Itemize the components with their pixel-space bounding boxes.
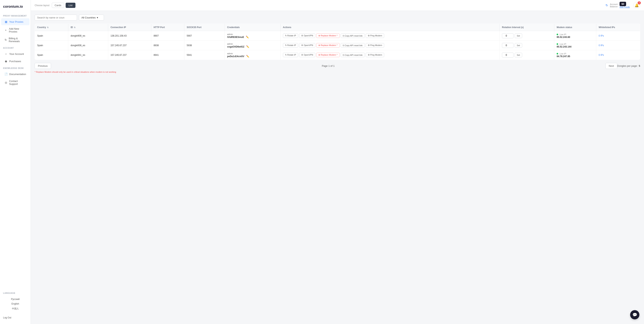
pagination: Previous Page 1 of 1 Next Dongles per pa… [35, 63, 640, 69]
live-status-dot [556, 34, 558, 35]
logout-button[interactable]: Log Out [0, 314, 30, 321]
col-rotation: Rotation Interval (s) [500, 24, 554, 31]
live-status-dot [556, 43, 558, 45]
openvpn-button[interactable]: ⬇ OpenVPN [299, 43, 315, 48]
previous-button[interactable]: Previous [35, 63, 51, 69]
sidebar-item-label: Your Proxies [9, 20, 23, 23]
copy-api-button[interactable]: ⎘ Copy API reset link [341, 53, 365, 57]
topbar: Choose layout Cards List ↻ Account Balan… [31, 0, 644, 11]
sidebar-item-billing-renewals[interactable]: ↻ Billing & Renewals [1, 35, 30, 44]
chat-button[interactable]: 💬 [630, 310, 640, 320]
cell-rotation: Set [500, 50, 554, 60]
rotation-cell: Set [502, 43, 552, 48]
replace-modem-button[interactable]: ⊗ Replace Modem * [316, 34, 340, 38]
notification-button[interactable]: 🔔 2 [633, 2, 640, 9]
whitelisted-ips-link[interactable]: 0 IPs [598, 44, 604, 47]
cell-actions: ↻ Rotate IP ⬇ OpenVPN ⊗ Replace Modem * … [280, 40, 500, 50]
sidebar-item-documentation[interactable]: 📄 Documentation [1, 70, 30, 78]
balance-amount-wrapper: $0 Add Funds [620, 2, 630, 8]
sidebar-item-label: Contact Support [9, 80, 26, 86]
action-buttons: ↻ Rotate IP ⬇ OpenVPN ⊗ Replace Modem * … [283, 53, 497, 57]
cell-connection-ip: 157.245.67.237 [108, 40, 151, 50]
cell-whitelisted: 0 IPs [596, 40, 640, 50]
search-input[interactable] [35, 14, 77, 20]
set-rotation-button[interactable]: Set [515, 53, 522, 57]
purchases-icon: ◉ [4, 60, 8, 63]
cell-socks5-port: 5941 [184, 50, 225, 60]
rotation-input[interactable] [502, 52, 514, 58]
layout-cards-button[interactable]: Cards [52, 3, 64, 8]
main-content: Choose layout Cards List ↻ Account Balan… [31, 0, 644, 324]
edit-credential-icon[interactable]: ✏️ [246, 55, 249, 58]
sidebar-item-your-proxies[interactable]: ▦ Your Proxies [1, 18, 30, 25]
col-credentials: Credentials [224, 24, 280, 31]
notification-badge: 2 [638, 1, 641, 4]
col-connection-ip: Connection IP [108, 24, 151, 31]
refresh-icon[interactable]: ↻ [606, 4, 608, 7]
copy-api-button[interactable]: ⎘ Copy API reset link [341, 43, 365, 48]
rotate-ip-button[interactable]: ↻ Rotate IP [283, 34, 298, 38]
table-row: Spain dongle941_es 157.245.67.237 8941 5… [35, 50, 640, 60]
rotation-input[interactable] [502, 43, 514, 48]
cell-credentials: admin cogaOXD6wIGZ ✏️ [224, 40, 280, 50]
whitelisted-ips-link[interactable]: 0 IPs [598, 34, 604, 37]
billing-icon: ↻ [4, 38, 7, 42]
rotate-ip-button[interactable]: ↻ Rotate IP [283, 53, 298, 57]
lang-chinese[interactable]: 中国人 [3, 306, 28, 311]
page-info: Page 1 of 1 [51, 64, 606, 67]
ping-modem-button[interactable]: ⚙ Ping Modem [366, 53, 384, 57]
replace-modem-button[interactable]: ⊗ Replace Modem * [316, 53, 340, 57]
cell-country: Spain [35, 50, 68, 60]
next-button[interactable]: Next [606, 63, 617, 69]
lang-russian[interactable]: Русский [3, 297, 28, 302]
table-body: Spain dongle908_es 138.201.158.43 8907 5… [35, 31, 640, 60]
account-label: ACCOUNT [0, 45, 30, 50]
live-label: Live IP: [560, 52, 567, 55]
ping-modem-button[interactable]: ⚙ Ping Modem [366, 34, 384, 38]
rotation-input[interactable] [502, 33, 514, 38]
sidebar-item-label: Purchases [9, 60, 21, 63]
openvpn-button[interactable]: ⬇ OpenVPN [299, 34, 315, 38]
cell-id: dongle908_es [68, 31, 108, 40]
sort-icon: ⇅ [74, 26, 76, 28]
cell-credentials: admin peDa1cE4cm5V ✏️ [224, 50, 280, 60]
sidebar-item-label: Documentation [9, 73, 26, 76]
sidebar-item-label: Your Account [9, 52, 24, 56]
cell-modem-status: Live IP: 84.78.247.85 [554, 50, 596, 60]
col-http-port: HTTP Port [151, 24, 184, 31]
sidebar-item-label: Add New Proxies [9, 27, 26, 33]
cell-http-port: 8907 [151, 31, 184, 40]
set-rotation-button[interactable]: Set [515, 43, 522, 48]
openvpn-button[interactable]: ⬇ OpenVPN [299, 53, 315, 57]
proxies-icon: ▦ [4, 20, 8, 24]
ping-modem-button[interactable]: ⚙ Ping Modem [366, 43, 384, 48]
rotate-ip-button[interactable]: ↻ Rotate IP [283, 43, 298, 48]
lang-english[interactable]: English [3, 302, 28, 306]
sidebar-item-add-new-proxies[interactable]: ＋ Add New Proxies [1, 26, 30, 35]
live-status-dot [556, 53, 558, 54]
replace-modem-button[interactable]: ⊗ Replace Modem * [316, 43, 340, 48]
country-select[interactable]: All Countries ▾ [79, 14, 104, 20]
sidebar-item-your-account[interactable]: ○ Your Account [1, 50, 30, 57]
account-info: Account Balance [610, 3, 618, 8]
cell-whitelisted: 0 IPs [596, 31, 640, 40]
live-ip-cell: Live IP: 85.52.243.60 [556, 33, 594, 38]
copy-api-button[interactable]: ⎘ Copy API reset link [341, 34, 365, 38]
layout-list-button[interactable]: List [66, 3, 75, 8]
add-funds-link[interactable]: Add Funds [620, 6, 630, 8]
account-label: Account [610, 3, 618, 6]
edit-credential-icon[interactable]: ✏️ [246, 45, 249, 48]
cell-actions: ↻ Rotate IP ⬇ OpenVPN ⊗ Replace Modem * … [280, 31, 500, 40]
edit-credential-icon[interactable]: ✏️ [246, 36, 249, 38]
whitelisted-ips-link[interactable]: 0 IPs [598, 54, 604, 56]
content-area: All Countries ▾ Country ⇅ ID ⇅ Connectio… [31, 11, 644, 324]
per-page-value: 5 [639, 64, 640, 67]
cred-pass: iVtdRE0ESmuE [227, 36, 244, 38]
choose-layout-label: Choose layout [35, 4, 50, 7]
sidebar-item-purchases[interactable]: ◉ Purchases [1, 58, 30, 65]
live-ip-address: 84.78.247.85 [556, 55, 570, 58]
sidebar-item-contact-support[interactable]: ◎ Contact Support [1, 78, 30, 87]
cell-modem-status: Live IP: 85.52.243.60 [554, 31, 596, 40]
language-options: Русский English 中国人 [0, 295, 30, 313]
set-rotation-button[interactable]: Set [515, 34, 522, 38]
